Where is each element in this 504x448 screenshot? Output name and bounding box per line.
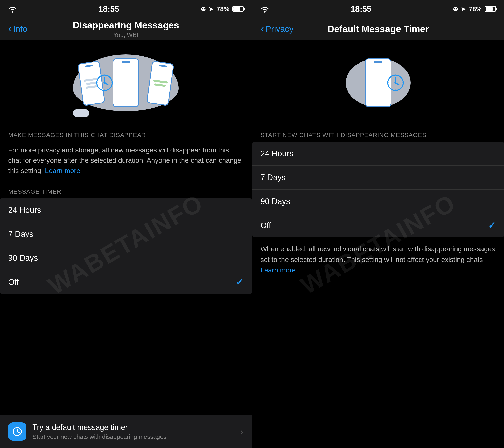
svg-point-3: [111, 82, 112, 83]
left-timer-header: MESSAGE TIMER: [0, 182, 252, 198]
right-timer-90days[interactable]: 90 Days: [252, 190, 504, 214]
left-timer-off-check: ✓: [236, 277, 244, 287]
right-right-icons: ⊕ ➤ 78%: [453, 5, 496, 13]
right-battery-percent: 78%: [469, 5, 482, 13]
wifi-icon-right: [260, 5, 269, 13]
left-timer-90days[interactable]: 90 Days: [0, 246, 252, 270]
phone-center: [113, 58, 139, 107]
promo-text: Try a default message timer Start your n…: [33, 423, 234, 440]
right-nav: ‹ Privacy Default Message Timer: [252, 18, 504, 40]
left-back-button[interactable]: ‹ Info: [8, 24, 27, 34]
svg-point-10: [402, 82, 403, 83]
arrow-icon: ➤: [209, 5, 214, 13]
phone-notch-left: [85, 65, 93, 67]
right-timer-off-check: ✓: [488, 220, 496, 231]
right-nav-title: Default Message Timer: [327, 23, 429, 35]
clock-icon-right: [386, 74, 405, 92]
left-timer-list: 24 Hours 7 Days 90 Days Off ✓: [0, 198, 252, 294]
right-description-text: When enabled, all new individual chats w…: [261, 245, 495, 263]
left-timer-off-label: Off: [8, 278, 19, 287]
phone-notch-right: [159, 65, 167, 67]
msg-line-green-1: [153, 80, 168, 84]
left-timer-off[interactable]: Off ✓: [0, 270, 252, 294]
right-illustration-area: [252, 44, 504, 121]
right-timer-24h[interactable]: 24 Hours: [252, 142, 504, 166]
msg-line-2: [86, 82, 97, 85]
right-section-header: START NEW CHATS WITH DISAPPEARING MESSAG…: [252, 125, 504, 142]
msg-line-green-2: [154, 83, 166, 87]
right-phone-notch: [374, 61, 382, 63]
single-phone-illustration: [340, 44, 417, 121]
left-description-text: For more privacy and storage, all new me…: [8, 146, 241, 175]
left-nav-title: Disappearing Messages: [73, 20, 179, 31]
left-back-label[interactable]: Info: [13, 24, 27, 34]
left-panel: WABETAINFO: [0, 40, 252, 448]
right-time: 18:55: [351, 4, 371, 14]
promo-subtitle: Start your new chats with disappearing m…: [33, 433, 234, 440]
left-battery-icon: [232, 6, 244, 12]
promo-card[interactable]: Try a default message timer Start your n…: [0, 415, 252, 448]
left-timer-24h[interactable]: 24 Hours: [0, 198, 252, 222]
right-battery-icon: [485, 6, 496, 12]
left-illustration-area: [0, 40, 252, 125]
right-timer-off[interactable]: Off ✓: [252, 214, 504, 237]
left-battery-percent: 78%: [216, 5, 230, 13]
phones-illustration: [67, 44, 185, 121]
timer-icon: [12, 426, 23, 437]
location-icon: ⊕: [201, 5, 206, 13]
left-learn-more[interactable]: Learn more: [45, 167, 80, 175]
promo-icon: [8, 422, 26, 441]
right-timer-24h-label: 24 Hours: [261, 149, 293, 158]
svg-point-4: [104, 89, 105, 90]
right-arrow-icon: ➤: [461, 5, 466, 13]
left-timer-7days-label: 7 Days: [8, 230, 34, 239]
right-panel: WABETAINFO: [252, 40, 504, 448]
right-back-button[interactable]: ‹ Privacy: [261, 24, 294, 34]
wifi-icon: [8, 5, 17, 13]
svg-point-5: [97, 82, 98, 83]
left-timer-7days[interactable]: 7 Days: [0, 222, 252, 246]
main-panels: WABETAINFO: [0, 40, 504, 448]
right-timer-7days-label: 7 Days: [261, 173, 286, 182]
right-timer-off-label: Off: [261, 221, 271, 230]
nav-bars: ‹ Info Disappearing Messages You, WBI ‹ …: [0, 18, 504, 40]
left-section-header: MAKE MESSAGES IN THIS CHAT DISAPPEAR: [0, 125, 252, 142]
left-nav-title-wrap: Disappearing Messages You, WBI: [73, 20, 179, 38]
left-nav-subtitle: You, WBI: [113, 32, 138, 38]
left-time: 18:55: [98, 4, 119, 14]
right-back-chevron: ‹: [261, 23, 264, 34]
right-learn-more[interactable]: Learn more: [261, 266, 296, 274]
left-status-icons: [8, 5, 17, 13]
left-timer-90days-label: 90 Days: [8, 253, 38, 263]
right-timer-list: 24 Hours 7 Days 90 Days Off ✓: [252, 142, 504, 237]
right-location-icon: ⊕: [453, 5, 458, 13]
left-description: For more privacy and storage, all new me…: [0, 142, 252, 182]
left-right-icons: ⊕ ➤ 78%: [201, 5, 244, 13]
right-status-icons: [260, 5, 269, 13]
svg-point-2: [104, 75, 105, 76]
right-status-bar: 18:55 ⊕ ➤ 78%: [252, 0, 504, 18]
svg-point-11: [395, 89, 396, 90]
status-bars: 18:55 ⊕ ➤ 78% 18:55 ⊕ ➤ 78%: [0, 0, 504, 18]
svg-point-9: [395, 75, 396, 76]
right-timer-7days[interactable]: 7 Days: [252, 166, 504, 190]
left-timer-24h-label: 24 Hours: [8, 206, 41, 215]
phone-notch-center: [122, 61, 130, 63]
left-nav: ‹ Info Disappearing Messages You, WBI: [0, 18, 252, 40]
promo-title: Try a default message timer: [33, 423, 234, 432]
right-timer-90days-label: 90 Days: [261, 197, 290, 206]
left-status-bar: 18:55 ⊕ ➤ 78%: [0, 0, 252, 18]
left-back-chevron: ‹: [8, 23, 12, 34]
right-back-label[interactable]: Privacy: [266, 24, 294, 34]
right-description: When enabled, all new individual chats w…: [252, 237, 504, 282]
svg-point-12: [388, 82, 389, 83]
clock-icon-left: [95, 74, 114, 92]
promo-chevron-icon: ›: [240, 426, 244, 437]
cloud-shape: [73, 109, 89, 117]
